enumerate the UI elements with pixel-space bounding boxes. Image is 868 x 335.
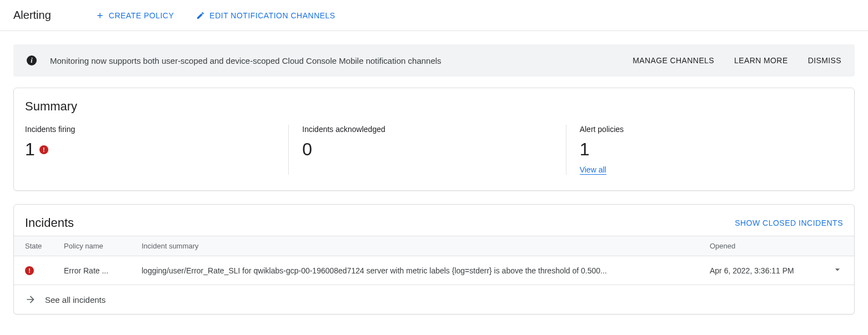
create-policy-button[interactable]: CREATE POLICY [96, 11, 174, 20]
alert-policies-label: Alert policies [580, 125, 843, 134]
table-row[interactable]: ! Error Rate ... logging/user/Error_Rate… [14, 256, 854, 285]
row-expand[interactable] [821, 264, 843, 277]
create-policy-label: CREATE POLICY [109, 11, 174, 20]
row-state: ! [25, 266, 64, 275]
banner-message: Monitoring now supports both user-scoped… [50, 56, 633, 65]
incidents-title: Incidents [25, 216, 74, 230]
arrow-right-icon [25, 294, 36, 305]
alert-icon: ! [25, 266, 34, 275]
row-summary: logging/user/Error_Rate_SLI for qwiklabs… [142, 266, 710, 275]
view-all-link[interactable]: View all [580, 165, 606, 175]
row-policy: Error Rate ... [64, 266, 142, 275]
banner-actions: MANAGE CHANNELS LEARN MORE DISMISS [633, 56, 841, 65]
see-all-incidents-link[interactable]: See all incidents [14, 285, 854, 314]
alert-icon: ! [39, 145, 48, 154]
info-banner: i Monitoring now supports both user-scop… [13, 44, 855, 77]
dismiss-button[interactable]: DISMISS [808, 56, 841, 65]
incidents-card: Incidents SHOW CLOSED INCIDENTS State Po… [13, 204, 855, 314]
incidents-ack-value: 0 [302, 139, 565, 160]
incidents-table-header: State Policy name Incident summary Opene… [14, 236, 854, 256]
alert-policies-col: Alert policies 1 View all [566, 125, 843, 175]
pencil-icon [196, 11, 205, 20]
row-opened: Apr 6, 2022, 3:36:11 PM [710, 266, 821, 275]
edit-channels-label: EDIT NOTIFICATION CHANNELS [209, 11, 335, 20]
incidents-firing-label: Incidents firing [25, 125, 288, 134]
incidents-firing-value: 1 ! [25, 139, 288, 160]
summary-card: Summary Incidents firing 1 ! Incidents a… [13, 88, 855, 191]
summary-row: Incidents firing 1 ! Incidents acknowled… [14, 119, 854, 190]
info-icon: i [27, 55, 37, 65]
chevron-down-icon [832, 264, 843, 275]
col-state-header: State [25, 242, 64, 250]
firing-count: 1 [25, 139, 35, 160]
summary-title: Summary [14, 88, 854, 119]
page-title: Alerting [13, 9, 51, 22]
see-all-label: See all incidents [45, 295, 106, 304]
plus-icon [96, 11, 104, 20]
content-area: i Monitoring now supports both user-scop… [0, 31, 868, 335]
show-closed-button[interactable]: SHOW CLOSED INCIDENTS [735, 219, 843, 227]
manage-channels-button[interactable]: MANAGE CHANNELS [633, 56, 714, 65]
incidents-header: Incidents SHOW CLOSED INCIDENTS [14, 205, 854, 236]
alert-policies-value: 1 [580, 139, 843, 160]
incidents-firing-col: Incidents firing 1 ! [25, 125, 288, 175]
col-summary-header: Incident summary [142, 242, 710, 250]
incidents-ack-label: Incidents acknowledged [302, 125, 565, 134]
incidents-ack-col: Incidents acknowledged 0 [288, 125, 565, 175]
edit-channels-button[interactable]: EDIT NOTIFICATION CHANNELS [196, 11, 335, 20]
col-expand-header [821, 242, 843, 250]
col-policy-header: Policy name [64, 242, 142, 250]
col-opened-header: Opened [710, 242, 821, 250]
learn-more-button[interactable]: LEARN MORE [734, 56, 788, 65]
toolbar: Alerting CREATE POLICY EDIT NOTIFICATION… [0, 0, 868, 31]
